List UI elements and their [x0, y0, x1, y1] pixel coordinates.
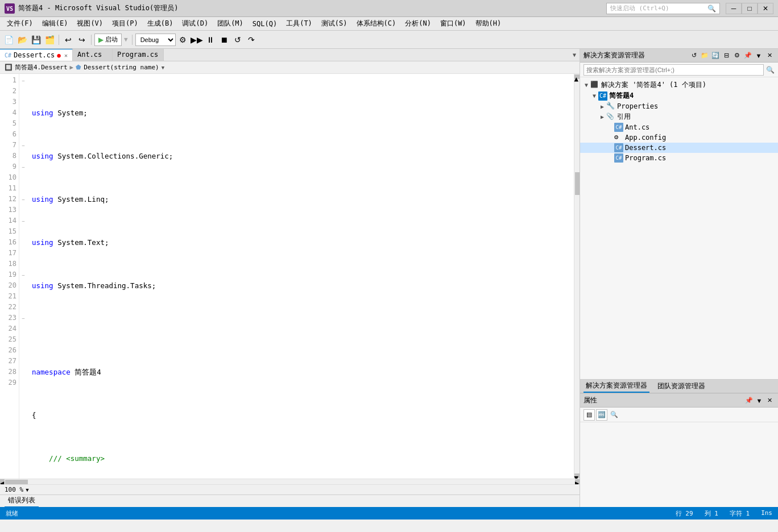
menu-analyze[interactable]: 分析(N) — [400, 17, 436, 30]
menu-help[interactable]: 帮助(H) — [471, 17, 506, 30]
tab-ant[interactable]: Ant.cs — [73, 49, 113, 61]
tree-project-item[interactable]: ▼ C# 简答题4 — [580, 90, 778, 101]
undo-button[interactable]: ↩ — [62, 34, 75, 46]
zoom-dropdown[interactable]: ▼ — [26, 487, 28, 493]
toolbar-extra3[interactable]: ⏸ — [204, 34, 217, 46]
open-button[interactable]: 📂 — [16, 34, 28, 46]
breadcrumb-member[interactable]: Dessert(string name) — [84, 64, 159, 71]
menu-tools[interactable]: 工具(T) — [282, 17, 317, 30]
toolbar: 📄 📂 💾 🗂️ ↩ ↪ ▶ 启动 ▼ Debug Release ⚙ ▶▶ ⏸… — [0, 31, 778, 49]
panel-tab-se[interactable]: 解决方案资源管理器 — [584, 380, 649, 393]
maximize-button[interactable]: □ — [742, 3, 758, 14]
debug-config-select[interactable]: Debug Release — [135, 34, 176, 46]
code-content[interactable]: using System; using System.Collections.G… — [27, 74, 574, 479]
code-line-9: /// <summary> — [27, 453, 574, 464]
se-pin-button[interactable]: 📌 — [743, 51, 753, 61]
props-title: 属性 — [584, 396, 744, 405]
code-editor[interactable]: 1 2 3 4 5 6 7 8 9 10 11 12 13 14 15 16 1… — [0, 74, 580, 479]
menu-window[interactable]: 窗口(W) — [436, 17, 471, 30]
properties-panel: 属性 📌 ▼ ✕ ▤ 🔤 🔍 — [580, 393, 778, 507]
tree-references-item[interactable]: ▶ 📎 引用 — [580, 111, 778, 122]
new-file-button[interactable]: 📄 — [2, 34, 15, 46]
tree-ant-item[interactable]: C# Ant.cs — [580, 122, 778, 132]
breadcrumb-dropdown[interactable]: ▼ — [162, 65, 164, 70]
dessert-icon: C# — [614, 143, 623, 152]
save-all-button[interactable]: 🗂️ — [43, 34, 56, 46]
title-search[interactable]: 快速启动 (Ctrl+Q) 🔍 — [606, 3, 720, 14]
se-search-input[interactable] — [584, 64, 764, 76]
breadcrumb-project[interactable]: 简答题4.Dessert — [15, 63, 68, 72]
minimize-button[interactable]: ─ — [726, 3, 742, 14]
window-title: 简答题4 - Microsoft Visual Studio(管理员) — [18, 3, 606, 13]
props-category-button[interactable]: ▤ — [584, 409, 595, 421]
se-settings-button[interactable]: ▼ — [754, 51, 764, 61]
status-mode: Ins — [761, 509, 772, 518]
props-pin-button[interactable]: 📌 — [744, 396, 754, 406]
toolbar-extra4[interactable]: ⏹ — [218, 34, 230, 46]
code-line-6 — [27, 323, 574, 334]
project-label: 简答题4 — [609, 91, 634, 101]
se-refresh-button[interactable]: 🔄 — [710, 51, 721, 61]
props-content — [580, 422, 778, 507]
tab-dessert-close[interactable]: ✕ — [64, 52, 68, 59]
menu-build[interactable]: 生成(B) — [143, 17, 178, 30]
panel-tab-team[interactable]: 团队资源管理器 — [655, 380, 707, 392]
menu-edit[interactable]: 编辑(E) — [38, 17, 73, 30]
se-collapse-button[interactable]: ⊟ — [721, 51, 731, 61]
tab-program[interactable]: Program.cs — [113, 49, 164, 61]
error-list-tab[interactable]: 错误列表 — [5, 494, 39, 507]
menu-arch[interactable]: 体系结构(C) — [352, 17, 401, 30]
props-alpha-button[interactable]: 🔤 — [596, 409, 607, 421]
tab-dessert[interactable]: C# Dessert.cs ● ✕ — [0, 49, 73, 61]
tree-dessert-item[interactable]: C# Dessert.cs — [580, 143, 778, 153]
error-tab-bar: 错误列表 — [0, 494, 580, 507]
redo-button[interactable]: ↪ — [76, 34, 88, 46]
vertical-scrollbar[interactable]: ▲ ▼ — [574, 74, 580, 479]
toolbar-sep1 — [59, 35, 59, 45]
collapse-column[interactable]: − − − − − − — [19, 74, 27, 479]
se-sync-button[interactable]: ↺ — [689, 51, 699, 61]
start-button[interactable]: ▶ 启动 — [94, 34, 122, 46]
breadcrumb-sep: ▶ — [70, 64, 74, 71]
tab-dropdown-arrow[interactable]: ▼ — [569, 52, 580, 58]
horizontal-scrollbar[interactable]: ◀ ▶ — [0, 479, 580, 484]
svg-text:VS: VS — [6, 6, 13, 12]
menu-debug[interactable]: 调试(D) — [177, 17, 213, 30]
se-show-files-button[interactable]: 📁 — [700, 51, 710, 61]
play-icon: ▶ — [98, 36, 104, 44]
se-search-icon[interactable]: 🔍 — [766, 66, 775, 74]
se-title: 解决方案资源管理器 — [584, 51, 689, 60]
close-button[interactable]: ✕ — [758, 3, 773, 14]
right-panel: 解决方案资源管理器 ↺ 📁 🔄 ⊟ ⚙ 📌 ▼ ✕ 🔍 — [580, 49, 778, 507]
toolbar-extra5[interactable]: ↺ — [231, 34, 244, 46]
zoom-value[interactable]: 100 % — [5, 486, 23, 493]
toolbar-sep4 — [132, 35, 133, 45]
tree-program-item[interactable]: C# Program.cs — [580, 153, 778, 163]
menu-team[interactable]: 团队(M) — [213, 17, 248, 30]
tree-appconfig-item[interactable]: ⚙ App.config — [580, 132, 778, 143]
tree-solution-item[interactable]: ▼ ⬛ 解决方案 '简答题4' (1 个项目) — [580, 80, 778, 90]
menu-project[interactable]: 项目(P) — [107, 17, 143, 30]
search-icon[interactable]: 🔍 — [707, 5, 716, 13]
tab-bar: C# Dessert.cs ● ✕ Ant.cs Program.cs ▼ — [0, 49, 580, 61]
se-search-bar: 🔍 — [580, 63, 778, 77]
menu-test[interactable]: 测试(S) — [317, 17, 352, 30]
toolbar-extra6[interactable]: ↷ — [245, 34, 258, 46]
references-icon: 📎 — [606, 113, 615, 122]
save-button[interactable]: 💾 — [30, 34, 42, 46]
menu-file[interactable]: 文件(F) — [2, 17, 38, 30]
menu-view[interactable]: 视图(V) — [72, 17, 107, 30]
toolbar-extra2[interactable]: ▶▶ — [191, 34, 203, 46]
properties-label: Properties — [617, 102, 658, 110]
props-filter-button[interactable]: 🔍 — [609, 409, 620, 421]
se-prop-button[interactable]: ⚙ — [732, 51, 742, 61]
tab-dessert-label: Dessert.cs — [14, 51, 55, 59]
menu-sql[interactable]: SQL(Q) — [248, 17, 282, 30]
toolbar-extra1[interactable]: ⚙ — [177, 34, 189, 46]
props-settings-button[interactable]: ▼ — [754, 396, 764, 406]
tree-properties-item[interactable]: ▶ 🔧 Properties — [580, 101, 778, 111]
title-bar: VS 简答题4 - Microsoft Visual Studio(管理员) 快… — [0, 0, 778, 17]
props-close-button[interactable]: ✕ — [764, 396, 775, 406]
editor-area: C# Dessert.cs ● ✕ Ant.cs Program.cs ▼ 🔲 … — [0, 49, 580, 507]
se-close-button[interactable]: ✕ — [764, 51, 775, 61]
